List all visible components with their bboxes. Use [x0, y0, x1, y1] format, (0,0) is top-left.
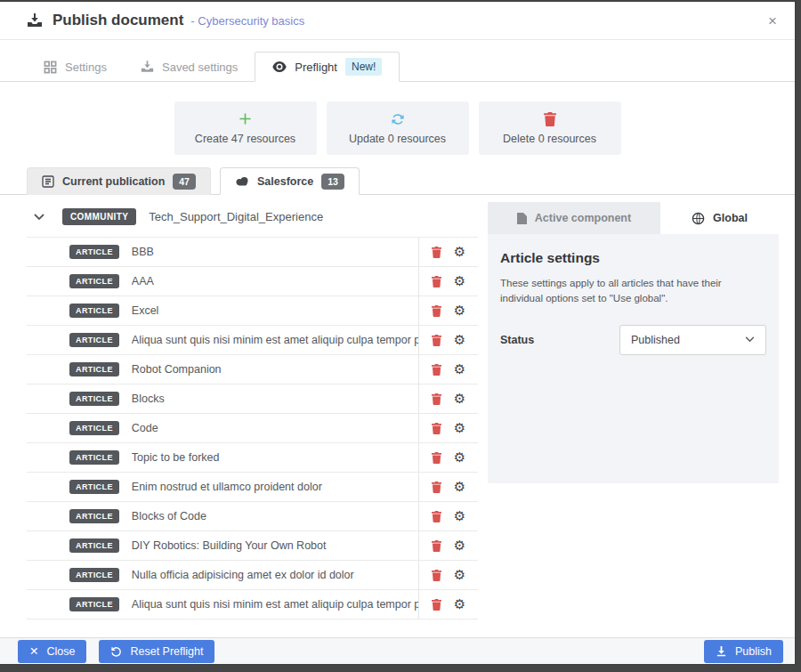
- status-select[interactable]: Published: [619, 325, 766, 355]
- globe-icon: [692, 212, 705, 225]
- tab-label: Current publication: [62, 175, 165, 188]
- article-badge: ARTICLE: [69, 509, 119, 523]
- article-name: Topic to be forked: [132, 451, 418, 464]
- article-badge: ARTICLE: [69, 450, 119, 465]
- tab-preflight[interactable]: Preflight New!: [255, 52, 400, 82]
- card-label: Update 0 resources: [349, 133, 446, 145]
- close-button[interactable]: ✕ Close: [18, 640, 86, 663]
- article-name: Blocks: [132, 393, 418, 405]
- community-node[interactable]: COMMUNITY Tech_Support_Digital_Experienc…: [27, 195, 478, 237]
- publication-tab-bar: Current publication 47 Salesforce 13: [0, 155, 795, 195]
- article-settings-gear-icon[interactable]: ⚙: [454, 275, 465, 288]
- delete-article-icon[interactable]: [432, 276, 441, 287]
- delete-article-icon[interactable]: [432, 393, 441, 405]
- chevron-down-icon: [745, 336, 755, 343]
- article-badge: ARTICLE: [69, 480, 119, 494]
- tab-active-component[interactable]: Active component: [488, 202, 660, 234]
- status-setting-row: Status Published: [500, 325, 766, 355]
- article-row-actions: ⚙: [418, 502, 478, 530]
- article-row-actions: ⚙: [418, 561, 478, 589]
- tab-saved-settings[interactable]: Saved settings: [124, 52, 255, 82]
- delete-article-icon[interactable]: [432, 540, 441, 552]
- article-settings-gear-icon[interactable]: ⚙: [454, 334, 465, 347]
- tab-salesforce[interactable]: Salesforce 13: [220, 167, 360, 195]
- panel-tab-bar: Active component Global: [488, 202, 779, 234]
- article-settings-gear-icon[interactable]: ⚙: [454, 304, 465, 318]
- tab-label: Settings: [65, 61, 107, 74]
- article-row[interactable]: ARTICLE BBB ⚙: [27, 238, 478, 267]
- close-icon[interactable]: ×: [768, 13, 777, 28]
- delete-article-icon[interactable]: [432, 599, 441, 611]
- settings-panel: Active component Global Article settings…: [488, 202, 779, 483]
- tab-global[interactable]: Global: [660, 202, 779, 234]
- article-name: Nulla officia adipisicing amet ex dolor …: [132, 569, 418, 581]
- create-resources-card[interactable]: Create 47 resources: [174, 101, 317, 155]
- article-row-actions: ⚙: [418, 414, 478, 442]
- article-settings-gear-icon[interactable]: ⚙: [454, 481, 465, 494]
- tab-label: Salesforce: [257, 175, 313, 188]
- delete-article-icon[interactable]: [432, 305, 441, 317]
- preflight-content: COMMUNITY Tech_Support_Digital_Experienc…: [0, 195, 795, 637]
- article-settings-gear-icon[interactable]: ⚙: [454, 598, 465, 611]
- article-settings-gear-icon[interactable]: ⚙: [454, 393, 465, 406]
- refresh-icon: [391, 112, 405, 126]
- reset-preflight-button[interactable]: Reset Preflight: [99, 640, 214, 663]
- publish-button[interactable]: Publish: [704, 640, 783, 663]
- article-row-actions: ⚙: [418, 385, 478, 413]
- article-name: Aliqua sunt quis nisi minim est amet ali…: [132, 598, 418, 611]
- grid-icon: [44, 61, 57, 74]
- panel-description: These settings apply to all articles tha…: [500, 276, 766, 307]
- page-icon: [517, 213, 527, 224]
- download-icon: [716, 645, 727, 657]
- article-row[interactable]: ARTICLE Code ⚙: [27, 414, 478, 443]
- article-row-actions: ⚙: [418, 590, 478, 619]
- article-row[interactable]: ARTICLE AAA ⚙: [27, 267, 478, 296]
- tab-settings[interactable]: Settings: [27, 52, 124, 82]
- delete-article-icon[interactable]: [432, 511, 441, 522]
- article-settings-gear-icon[interactable]: ⚙: [454, 569, 465, 582]
- article-settings-gear-icon[interactable]: ⚙: [454, 422, 465, 435]
- article-settings-gear-icon[interactable]: ⚙: [454, 363, 465, 376]
- article-name: Code: [132, 422, 418, 434]
- tab-label: Active component: [535, 212, 631, 224]
- delete-article-icon[interactable]: [432, 364, 441, 376]
- article-row[interactable]: ARTICLE Blocks of Code ⚙: [27, 502, 478, 531]
- delete-article-icon[interactable]: [432, 482, 441, 493]
- article-row[interactable]: ARTICLE Excel ⚙: [27, 296, 478, 326]
- article-name: Robot Companion: [132, 363, 418, 376]
- document-name-link[interactable]: - Cybersecurity basics: [190, 14, 304, 28]
- article-row[interactable]: ARTICLE Aliqua sunt quis nisi minim est …: [27, 590, 478, 619]
- delete-article-icon[interactable]: [432, 570, 441, 581]
- article-row[interactable]: ARTICLE Enim nostrud et ullamco proident…: [27, 473, 478, 502]
- chevron-down-icon[interactable]: [34, 214, 44, 221]
- count-badge: 47: [173, 174, 196, 190]
- global-settings-body: Article settings These settings apply to…: [488, 234, 779, 483]
- article-row[interactable]: ARTICLE Blocks ⚙: [27, 385, 478, 414]
- delete-resources-card[interactable]: Delete 0 resources: [479, 101, 621, 155]
- update-resources-card[interactable]: Update 0 resources: [327, 101, 469, 155]
- article-list: ARTICLE BBB ⚙ ARTICLE AAA: [27, 237, 478, 619]
- article-settings-gear-icon[interactable]: ⚙: [454, 539, 465, 553]
- article-row[interactable]: ARTICLE Topic to be forked ⚙: [27, 443, 478, 473]
- tab-label: Preflight: [295, 61, 337, 74]
- delete-article-icon[interactable]: [432, 452, 441, 464]
- delete-article-icon[interactable]: [432, 247, 441, 258]
- document-lines-icon: [42, 175, 54, 188]
- main-tab-bar: Settings Saved settings Preflight New!: [0, 40, 795, 82]
- article-settings-gear-icon[interactable]: ⚙: [454, 510, 465, 523]
- article-row[interactable]: ARTICLE Nulla officia adipisicing amet e…: [27, 561, 478, 590]
- article-row[interactable]: ARTICLE Robot Companion ⚙: [27, 355, 478, 385]
- article-name: DIY Robotics: Building Your Own Robot: [132, 539, 418, 552]
- article-row[interactable]: ARTICLE DIY Robotics: Building Your Own …: [27, 531, 478, 561]
- dialog-title: Publish document: [53, 12, 183, 29]
- delete-article-icon[interactable]: [432, 335, 441, 346]
- button-label: Reset Preflight: [130, 645, 203, 658]
- article-row[interactable]: ARTICLE Aliqua sunt quis nisi minim est …: [27, 326, 478, 355]
- article-settings-gear-icon[interactable]: ⚙: [454, 451, 465, 465]
- article-badge: ARTICLE: [69, 597, 119, 611]
- delete-article-icon[interactable]: [432, 423, 441, 434]
- article-badge: ARTICLE: [69, 333, 119, 347]
- article-name: Excel: [132, 304, 418, 317]
- tab-current-publication[interactable]: Current publication 47: [27, 167, 211, 195]
- article-settings-gear-icon[interactable]: ⚙: [454, 246, 465, 259]
